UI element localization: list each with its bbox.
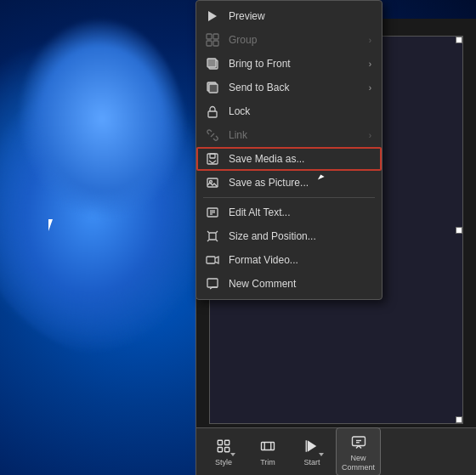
start-button[interactable]: Start (292, 433, 332, 471)
svg-rect-32 (209, 233, 216, 240)
save-media-icon (205, 151, 220, 167)
menu-item-bring-front[interactable]: Bring to Front › (196, 52, 382, 76)
save-media-text: Save Media as... (229, 153, 371, 165)
link-arrow: › (369, 131, 371, 140)
handle-mid-right (456, 227, 462, 234)
handle-top-right (456, 37, 462, 43)
format-video-icon (205, 252, 220, 268)
comment-icon (205, 276, 220, 291)
preview-icon (205, 8, 220, 24)
svg-rect-17 (207, 41, 212, 46)
svg-line-34 (216, 231, 218, 233)
svg-line-33 (207, 231, 209, 233)
trim-icon (258, 436, 278, 456)
edit-alt-text: Edit Alt Text... (229, 206, 371, 218)
desktop-cursor (48, 219, 59, 233)
new-comment-menu-text: New Comment (229, 278, 371, 290)
svg-rect-18 (213, 41, 218, 46)
trim-label: Trim (260, 458, 275, 467)
menu-item-size-position[interactable]: Size and Position... (196, 224, 382, 248)
menu-item-link[interactable]: Link › (196, 123, 382, 147)
new-comment-toolbar-label: NewComment (342, 454, 375, 472)
menu-item-save-media[interactable]: Save Media as... (196, 147, 382, 171)
svg-rect-22 (209, 84, 218, 93)
trim-button[interactable]: Trim (247, 433, 288, 471)
format-video-text: Format Video... (229, 254, 371, 266)
bring-front-text: Bring to Front (229, 58, 360, 70)
group-arrow: › (369, 36, 371, 45)
svg-rect-0 (218, 440, 222, 444)
alt-text-icon (205, 205, 220, 220)
menu-item-send-back[interactable]: Send to Back › (196, 76, 382, 99)
send-back-icon (205, 80, 220, 95)
svg-line-35 (207, 240, 209, 241)
send-back-text: Send to Back (229, 82, 360, 93)
svg-line-36 (216, 240, 218, 241)
new-comment-toolbar-button[interactable]: NewComment (336, 427, 381, 475)
menu-item-preview[interactable]: Preview (196, 4, 382, 28)
svg-rect-4 (262, 443, 275, 450)
size-position-text: Size and Position... (229, 230, 371, 242)
svg-rect-9 (352, 437, 365, 446)
link-text: Link (229, 129, 360, 141)
menu-item-format-video[interactable]: Format Video... (196, 248, 382, 272)
svg-marker-7 (308, 440, 317, 452)
svg-rect-38 (207, 279, 218, 287)
start-label: Start (303, 458, 320, 467)
svg-rect-16 (213, 34, 218, 39)
lock-text: Lock (229, 105, 371, 117)
bring-front-arrow: › (369, 59, 371, 69)
svg-rect-2 (218, 448, 222, 452)
group-text: Group (229, 34, 360, 46)
save-picture-icon (205, 175, 220, 190)
svg-rect-15 (207, 34, 212, 39)
style-label: Style (215, 458, 232, 467)
menu-item-edit-alt[interactable]: Edit Alt Text... (196, 201, 382, 224)
send-back-arrow: › (369, 83, 371, 93)
svg-rect-25 (210, 154, 215, 158)
bottom-toolbar: Style Trim Start (196, 427, 476, 475)
style-button[interactable]: Style (203, 433, 244, 471)
size-position-icon (205, 229, 220, 244)
svg-rect-3 (225, 448, 230, 452)
svg-rect-37 (207, 257, 215, 263)
link-icon (205, 127, 220, 143)
svg-rect-1 (225, 440, 230, 444)
save-picture-text: Save as Picture... (229, 177, 371, 189)
svg-rect-23 (208, 111, 217, 117)
new-comment-icon (348, 432, 369, 452)
svg-marker-14 (208, 11, 217, 21)
menu-item-new-comment[interactable]: New Comment (196, 272, 382, 296)
menu-item-group[interactable]: Group › (196, 28, 382, 52)
group-icon (205, 32, 220, 48)
separator-1 (203, 197, 375, 198)
preview-text: Preview (229, 10, 371, 22)
menu-item-save-picture[interactable]: Save as Picture... (196, 171, 382, 195)
lock-icon (205, 104, 220, 119)
context-menu: Preview Group › Bring to Front › (196, 0, 382, 300)
menu-item-lock[interactable]: Lock (196, 99, 382, 123)
bring-front-icon (205, 56, 220, 71)
start-icon (302, 436, 322, 456)
svg-rect-20 (207, 59, 216, 67)
style-icon (213, 436, 234, 456)
handle-bottom-right (456, 416, 462, 423)
